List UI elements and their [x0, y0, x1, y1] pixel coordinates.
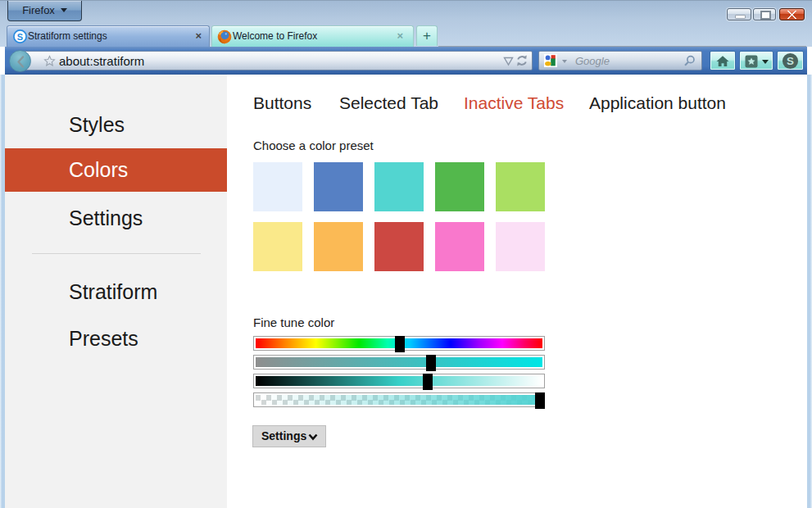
svg-text:S: S: [787, 55, 794, 67]
svg-text:S: S: [17, 32, 23, 42]
